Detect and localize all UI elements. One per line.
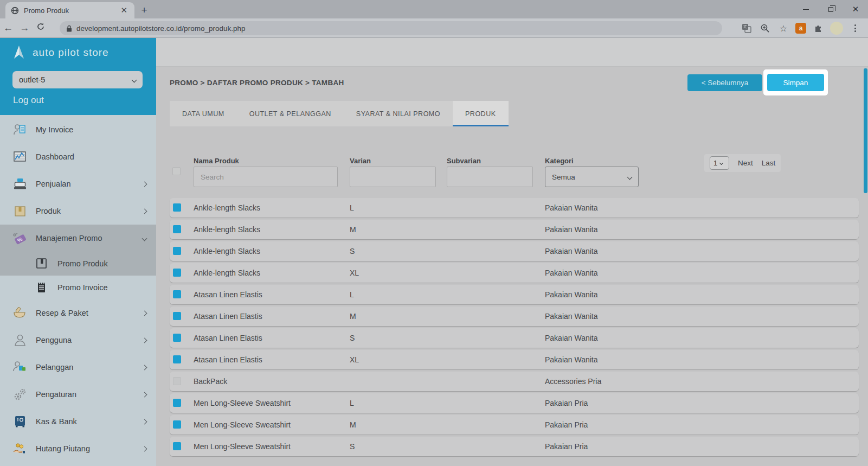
sidebar-item-dashboard[interactable]: Dashboard xyxy=(0,143,156,170)
sidebar-item-promo-invoice[interactable]: Promo Invoice xyxy=(0,276,156,299)
sidebar-item-my-invoice[interactable]: My Invoice xyxy=(0,116,156,143)
varian-column-label: Varian xyxy=(350,157,371,165)
row-checkbox[interactable] xyxy=(173,420,181,429)
last-page-link[interactable]: Last xyxy=(762,159,776,167)
row-checkbox[interactable] xyxy=(173,442,181,450)
kas-bank-icon xyxy=(12,414,28,429)
row-varian: L xyxy=(350,198,354,218)
table-row[interactable]: Atasan Linen ElastisXLPakaian Wanita xyxy=(170,350,859,369)
table-row[interactable]: Ankle-length SlacksMPakaian Wanita xyxy=(170,220,859,239)
table-row[interactable]: Men Long-Sleeve SweatshirtMPakaian Pria xyxy=(170,415,859,435)
table-row[interactable]: Atasan Linen ElastisMPakaian Wanita xyxy=(170,307,859,326)
table-row[interactable]: Ankle-length SlacksSPakaian Wanita xyxy=(170,241,859,261)
sidebar-item-label: My Invoice xyxy=(36,125,146,134)
tab-syarat-nilai-promo[interactable]: SYARAT & NILAI PROMO xyxy=(344,101,453,126)
table-row[interactable]: Men Long-Sleeve SweatshirtLPakaian Pria xyxy=(170,393,859,413)
select-all-checkbox[interactable] xyxy=(172,167,181,175)
sidebar-item-hutang-piutang[interactable]: Hutang Piutang xyxy=(0,435,156,462)
page-select[interactable]: 1 xyxy=(710,156,729,170)
subvarian-input[interactable] xyxy=(447,167,533,187)
promo-produk-icon xyxy=(34,256,50,271)
extensions-puzzle-icon[interactable] xyxy=(812,22,825,35)
profile-avatar[interactable] xyxy=(830,22,843,35)
store-extension-icon[interactable]: a xyxy=(795,23,806,34)
lock-icon xyxy=(66,25,72,32)
nama-produk-column-label: Nama Produk xyxy=(194,157,239,165)
row-checkbox[interactable] xyxy=(173,225,181,233)
dashboard-icon xyxy=(12,149,28,164)
reload-icon[interactable] xyxy=(33,22,49,34)
row-varian: M xyxy=(350,307,356,326)
row-varian: M xyxy=(350,415,356,435)
row-checkbox[interactable] xyxy=(173,247,181,255)
main-scrollbar[interactable] xyxy=(864,68,867,193)
tab-close-icon[interactable]: ✕ xyxy=(119,5,129,15)
pengaturan-icon xyxy=(12,387,28,402)
kategori-select-value: Semua xyxy=(552,173,575,181)
browser-menu-icon[interactable] xyxy=(848,22,861,35)
chevron-right-icon xyxy=(142,419,147,424)
sidebar-item-pengguna[interactable]: Pengguna xyxy=(0,327,156,354)
row-checkbox[interactable] xyxy=(173,203,181,212)
row-checkbox[interactable] xyxy=(173,334,181,342)
row-varian: M xyxy=(350,220,356,239)
tab-data-umum[interactable]: DATA UMUM xyxy=(170,101,237,126)
outlet-select[interactable]: outlet-5 xyxy=(12,71,143,88)
row-checkbox[interactable] xyxy=(173,312,181,320)
row-checkbox[interactable] xyxy=(173,355,181,363)
table-row[interactable]: Ankle-length SlacksXLPakaian Wanita xyxy=(170,263,859,283)
window-minimize-button[interactable] xyxy=(793,0,818,18)
table-row[interactable]: Ankle-length SlacksLPakaian Wanita xyxy=(170,198,859,218)
previous-button[interactable]: < Sebelumnya xyxy=(687,74,762,91)
translate-icon[interactable] xyxy=(740,22,753,35)
pagination: 1 Next Last xyxy=(704,154,781,172)
sidebar-item-manajemen-promo[interactable]: %Manajemen Promo xyxy=(0,225,156,252)
varian-input[interactable] xyxy=(350,167,436,187)
save-button[interactable]: Simpan xyxy=(767,74,824,91)
sidebar-item-pelanggan[interactable]: Pelanggan xyxy=(0,354,156,381)
back-icon[interactable]: ← xyxy=(0,22,16,34)
logout-link[interactable]: Log out xyxy=(13,95,44,106)
sidebar-item-resep-paket[interactable]: Resep & Paket xyxy=(0,299,156,327)
row-checkbox[interactable] xyxy=(173,290,181,298)
sidebar-item-kas-bank[interactable]: Kas & Bank xyxy=(0,408,156,435)
chevron-right-icon xyxy=(142,446,147,451)
table-row[interactable]: BackPackAccessories Pria xyxy=(170,372,859,391)
tab-outlet-pelanggan[interactable]: OUTLET & PELANGGAN xyxy=(237,101,344,126)
produk-icon xyxy=(12,203,28,219)
zoom-icon[interactable] xyxy=(758,22,771,35)
sidebar-item-label: Dashboard xyxy=(36,152,146,161)
manajemen-promo-icon: % xyxy=(12,231,28,246)
next-page-link[interactable]: Next xyxy=(738,159,753,167)
pelanggan-icon xyxy=(12,360,28,375)
sidebar-item-promo-produk[interactable]: Promo Produk xyxy=(0,252,156,276)
window-restore-button[interactable] xyxy=(818,0,843,18)
browser-tab[interactable]: Promo Produk ✕ xyxy=(5,2,134,18)
url-bar[interactable]: development.autopilotstore.co.id/promo_p… xyxy=(60,21,722,35)
row-varian: XL xyxy=(350,263,359,283)
chevron-down-icon xyxy=(142,235,147,241)
brand: auto pilot store xyxy=(11,44,109,61)
sidebar-item-pengaturan[interactable]: Pengaturan xyxy=(0,381,156,408)
forward-icon[interactable]: → xyxy=(16,22,33,34)
kategori-select[interactable]: Semua xyxy=(545,167,639,187)
search-input[interactable] xyxy=(194,167,338,187)
table-row[interactable]: Atasan Linen ElastisSPakaian Wanita xyxy=(170,328,859,348)
breadcrumb: PROMO > DAFTAR PROMO PRODUK > TAMBAH xyxy=(170,79,344,87)
sidebar-item-produk[interactable]: Produk xyxy=(0,197,156,225)
window-close-button[interactable]: ✕ xyxy=(843,0,868,18)
sidebar-item-penjualan[interactable]: Penjualan xyxy=(0,170,156,197)
sidebar-item-label: Hutang Piutang xyxy=(36,444,135,453)
table-row[interactable]: Men Long-Sleeve SweatshirtSPakaian Pria xyxy=(170,437,859,456)
row-checkbox[interactable] xyxy=(173,269,181,277)
subvarian-column-label: Subvarian xyxy=(447,157,481,165)
bookmark-star-icon[interactable]: ☆ xyxy=(777,22,790,35)
new-tab-button[interactable]: + xyxy=(138,4,151,17)
row-checkbox[interactable] xyxy=(173,399,181,407)
row-kategori: Pakaian Wanita xyxy=(545,350,598,369)
url-text: development.autopilotstore.co.id/promo_p… xyxy=(76,24,245,33)
tab-produk[interactable]: PRODUK xyxy=(453,101,508,126)
row-checkbox[interactable] xyxy=(173,377,181,385)
table-row[interactable]: Atasan Linen ElastisLPakaian Wanita xyxy=(170,285,859,304)
chevron-right-icon xyxy=(142,337,147,343)
